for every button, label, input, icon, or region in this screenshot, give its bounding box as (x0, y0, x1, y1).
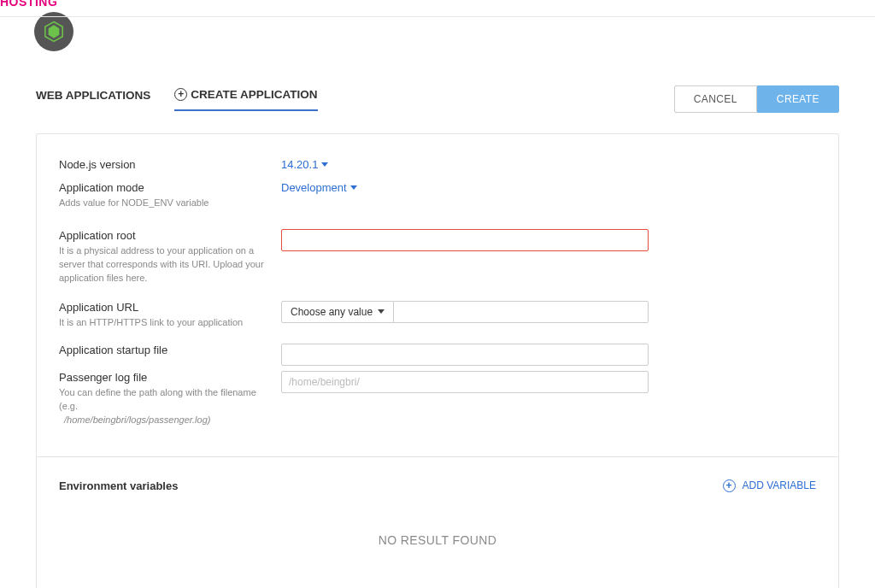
app-url-label: Application URL (59, 301, 267, 314)
plus-circle-icon: + (723, 479, 736, 492)
node-version-value: 14.20.1 (281, 158, 318, 171)
log-file-label: Passenger log file (59, 371, 267, 384)
tab-bar: WEB APPLICATIONS + CREATE APPLICATION (36, 88, 318, 111)
tab-web-applications[interactable]: WEB APPLICATIONS (36, 88, 150, 111)
app-root-help: It is a physical address to your applica… (59, 244, 267, 285)
node-version-label: Node.js version (59, 158, 267, 171)
cancel-button[interactable]: CANCEL (674, 85, 757, 113)
app-url-help: It is an HTTP/HTTPS link to your applica… (59, 316, 267, 330)
log-file-help: You can define the path along with the f… (59, 386, 267, 427)
chevron-down-icon (321, 162, 328, 167)
tab-label: WEB APPLICATIONS (36, 89, 150, 102)
app-root-input[interactable] (281, 229, 649, 251)
startup-file-input[interactable] (281, 344, 649, 366)
tab-label: CREATE APPLICATION (191, 88, 317, 101)
form-panel: Node.js version 14.20.1 Application mode… (36, 133, 839, 588)
startup-file-label: Application startup file (59, 344, 267, 356)
env-vars-title: Environment variables (59, 479, 178, 492)
app-url-scheme-value: Choose any value (291, 306, 373, 318)
env-empty-state: NO RESULT FOUND (59, 533, 816, 547)
tab-create-application[interactable]: + CREATE APPLICATION (174, 88, 317, 111)
nodejs-icon (42, 20, 66, 44)
app-avatar (34, 12, 73, 51)
app-url-scheme-select[interactable]: Choose any value (281, 301, 394, 323)
plus-circle-icon: + (174, 88, 187, 101)
app-mode-label: Application mode (59, 181, 267, 194)
svg-marker-1 (49, 25, 60, 38)
app-url-input[interactable] (394, 301, 649, 323)
chevron-down-icon (378, 309, 385, 314)
log-file-input[interactable] (281, 371, 649, 393)
app-root-label: Application root (59, 229, 267, 242)
chevron-down-icon (350, 185, 357, 190)
node-version-select[interactable]: 14.20.1 (281, 158, 328, 171)
action-buttons: CANCEL CREATE (674, 85, 839, 113)
brand-logo: HOSTING (0, 0, 57, 9)
add-variable-label: ADD VARIABLE (743, 479, 816, 491)
app-mode-help: Adds value for NODE_ENV variable (59, 197, 267, 210)
add-variable-button[interactable]: + ADD VARIABLE (723, 479, 816, 492)
create-button[interactable]: CREATE (757, 85, 839, 113)
app-mode-value: Development (281, 181, 347, 194)
app-mode-select[interactable]: Development (281, 181, 357, 194)
